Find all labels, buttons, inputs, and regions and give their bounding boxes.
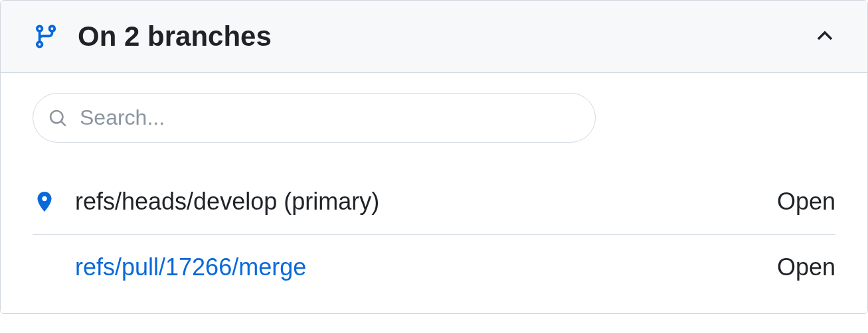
panel-body: refs/heads/develop (primary) Open refs/p… xyxy=(1,73,867,313)
branch-list: refs/heads/develop (primary) Open refs/p… xyxy=(33,169,835,300)
git-branch-icon xyxy=(33,23,59,50)
branch-status: Open xyxy=(777,253,835,281)
branch-row-left: refs/pull/17266/merge xyxy=(33,253,306,281)
branch-row: refs/pull/17266/merge Open xyxy=(33,235,835,300)
panel-title: On 2 branches xyxy=(78,21,272,52)
icon-placeholder xyxy=(33,255,56,279)
panel-header[interactable]: On 2 branches xyxy=(1,1,867,73)
branches-panel: On 2 branches refs/heads/develop (primar… xyxy=(0,0,868,314)
header-left: On 2 branches xyxy=(33,21,272,52)
branch-name-link[interactable]: refs/pull/17266/merge xyxy=(75,253,306,281)
chevron-up-icon[interactable] xyxy=(814,26,835,47)
search-wrapper xyxy=(33,93,596,143)
branch-row-left: refs/heads/develop (primary) xyxy=(33,188,379,216)
location-pin-icon xyxy=(33,190,56,214)
branch-status: Open xyxy=(777,188,835,216)
branch-name: refs/heads/develop (primary) xyxy=(75,188,379,216)
search-input[interactable] xyxy=(33,93,596,143)
branch-row: refs/heads/develop (primary) Open xyxy=(33,169,835,235)
